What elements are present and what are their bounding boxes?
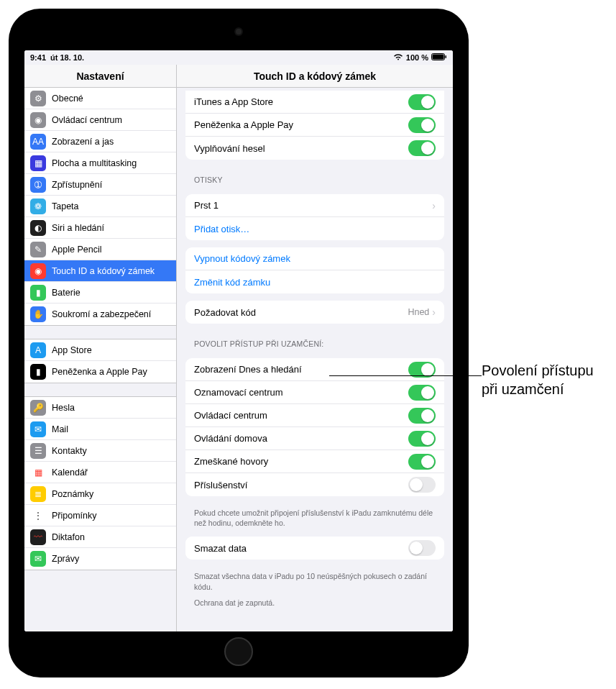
- sidebar-item-voicememos[interactable]: 〰Diktafon: [24, 526, 176, 548]
- sidebar-item-messages[interactable]: ✉Zprávy: [24, 548, 176, 570]
- touchid-icon: ◉: [30, 263, 46, 279]
- toggle-autofill-row: Vyplňování hesel: [185, 137, 444, 160]
- sidebar-item-label: Soukromí a zabezpečení: [52, 309, 170, 319]
- sidebar-item-label: Zobrazení a jas: [52, 137, 170, 147]
- sidebar-item-label: Plocha a multitasking: [52, 158, 170, 168]
- toggle-controlcenter[interactable]: [408, 408, 436, 424]
- toggle-wallet-row: Peněženka a Apple Pay: [185, 114, 444, 137]
- sidebar-item-calendar[interactable]: ▦Kalendář: [24, 462, 176, 483]
- callout-text: Povolení přístupu při uzamčení: [482, 361, 604, 398]
- sidebar-title: Nastavení: [24, 65, 176, 88]
- sidebar-item-label: Kalendář: [52, 467, 170, 478]
- erase-footer-1: Smazat všechna data v iPadu po 10 neúspě…: [185, 567, 444, 593]
- turn-off-passcode-button[interactable]: Vypnout kódový zámek: [185, 247, 444, 270]
- sidebar-item-privacy[interactable]: ✋Soukromí a zabezpečení: [24, 304, 176, 325]
- fingerprint-label: Prst 1: [194, 200, 432, 211]
- toggle-missedcalls[interactable]: [408, 454, 436, 470]
- toggle-label: Ovládání domova: [194, 433, 408, 444]
- toggle-itunes-row: iTunes a App Store: [185, 91, 444, 114]
- sidebar-item-label: Diktafon: [52, 532, 170, 542]
- reminders-icon: ⋮: [30, 508, 46, 524]
- sidebar-item-control-center[interactable]: ◉Ovládací centrum: [24, 109, 176, 131]
- toggle-label: Příslušenství: [194, 480, 408, 490]
- add-fingerprint-button[interactable]: Přidat otisk…: [185, 217, 444, 240]
- detail-title: Touch ID a kódový zámek: [177, 65, 453, 88]
- sidebar-item-label: Ovládací centrum: [52, 115, 170, 125]
- sidebar-item-label: Poznámky: [52, 489, 170, 499]
- sidebar-item-reminders[interactable]: ⋮Připomínky: [24, 505, 176, 526]
- sidebar-item-touchid[interactable]: ◉Touch ID a kódový zámek: [24, 260, 176, 282]
- display-icon: AA: [30, 134, 46, 150]
- touchid-use-group: iTunes a App StorePeněženka a Apple PayV…: [185, 91, 444, 160]
- general-icon: ⚙: [30, 91, 46, 106]
- sidebar-item-home-multitask[interactable]: ▦Plocha a multitasking: [24, 152, 176, 174]
- lock-access-group: Zobrazení Dnes a hledáníOznamovací centr…: [185, 358, 444, 496]
- privacy-icon: ✋: [30, 306, 46, 322]
- change-passcode-button[interactable]: Změnit kód zámku: [185, 270, 444, 293]
- control-center-icon: ◉: [30, 112, 46, 128]
- svg-rect-1: [433, 55, 444, 60]
- sidebar-item-label: Siri a hledání: [52, 223, 170, 233]
- sidebar-scroll[interactable]: ⚙Obecné◉Ovládací centrumAAZobrazení a ja…: [24, 88, 176, 631]
- wallet-icon: ▮: [30, 364, 46, 380]
- sidebar-item-passwords[interactable]: 🔑Hesla: [24, 397, 176, 419]
- toggle-itunes[interactable]: [408, 94, 436, 110]
- toggle-accessories[interactable]: [408, 477, 436, 493]
- sidebar-item-wallpaper[interactable]: ❁Tapeta: [24, 196, 176, 217]
- sidebar-item-display[interactable]: AAZobrazení a jas: [24, 131, 176, 152]
- fingerprints-group: Prst 1 › Přidat otisk…: [185, 194, 444, 240]
- messages-icon: ✉: [30, 551, 46, 567]
- home-button[interactable]: [224, 637, 253, 666]
- toggle-label: Zmeškané hovory: [194, 456, 408, 467]
- lock-access-header: POVOLIT PŘÍSTUP PŘI UZAMČENÍ:: [185, 331, 444, 351]
- detail-scroll[interactable]: iTunes a App StorePeněženka a Apple PayV…: [177, 88, 453, 631]
- battery-text: 100 %: [406, 53, 428, 62]
- erase-row: Smazat data: [185, 537, 444, 560]
- sidebar-group: ⚙Obecné◉Ovládací centrumAAZobrazení a ja…: [24, 88, 176, 326]
- erase-group: Smazat data: [185, 537, 444, 560]
- sidebar-item-notes[interactable]: ≣Poznámky: [24, 483, 176, 505]
- fingerprint-row[interactable]: Prst 1 ›: [185, 194, 444, 217]
- toggle-home[interactable]: [408, 431, 436, 447]
- svg-rect-2: [446, 55, 447, 58]
- toggle-missedcalls-row: Zmeškané hovory: [185, 450, 444, 473]
- sidebar-group: AApp Store▮Peněženka a Apple Pay: [24, 339, 176, 383]
- sidebar-item-label: App Store: [52, 345, 170, 355]
- sidebar-item-label: Tapeta: [52, 201, 170, 211]
- require-passcode-row[interactable]: Požadovat kód Hned ›: [185, 301, 444, 324]
- sidebar-item-contacts[interactable]: ☰Kontakty: [24, 440, 176, 462]
- fingerprints-header: OTISKY: [185, 167, 444, 187]
- sidebar-group: 🔑Hesla✉Mail☰Kontakty▦Kalendář≣Poznámky⋮P…: [24, 396, 176, 570]
- sidebar-item-wallet[interactable]: ▮Peněženka a Apple Pay: [24, 361, 176, 383]
- passwords-icon: 🔑: [30, 400, 46, 416]
- toggle-label: Oznamovací centrum: [194, 387, 408, 398]
- wallpaper-icon: ❁: [30, 199, 46, 214]
- toggle-wallet[interactable]: [408, 117, 436, 133]
- sidebar-item-label: Hesla: [52, 403, 170, 413]
- sidebar-item-general[interactable]: ⚙Obecné: [24, 88, 176, 109]
- status-time: 9:41: [30, 53, 46, 62]
- toggle-notifications[interactable]: [408, 385, 436, 401]
- sidebar-item-label: Kontakty: [52, 446, 170, 456]
- sidebar-item-appstore[interactable]: AApp Store: [24, 339, 176, 361]
- sidebar: Nastavení ⚙Obecné◉Ovládací centrumAAZobr…: [24, 65, 177, 631]
- status-bar: 9:41 út 18. 10. 100 %: [24, 50, 453, 65]
- require-value: Hned: [408, 307, 429, 317]
- sidebar-item-pencil[interactable]: ✎Apple Pencil: [24, 239, 176, 260]
- toggle-erase[interactable]: [408, 540, 436, 556]
- sidebar-item-siri[interactable]: ◐Siri a hledání: [24, 217, 176, 239]
- sidebar-item-accessibility[interactable]: ➀Zpřístupnění: [24, 174, 176, 196]
- detail-pane: Touch ID a kódový zámek iTunes a App Sto…: [177, 65, 453, 631]
- siri-icon: ◐: [30, 220, 46, 236]
- sidebar-item-label: Obecné: [52, 93, 170, 104]
- battery-icon: ▮: [30, 285, 46, 301]
- sidebar-item-mail[interactable]: ✉Mail: [24, 419, 176, 440]
- notes-icon: ≣: [30, 486, 46, 502]
- appstore-icon: A: [30, 342, 46, 358]
- lock-access-footer: Pokud chcete umožnit připojení příslušen…: [185, 503, 444, 529]
- toggle-today-row: Zobrazení Dnes a hledání: [185, 358, 444, 381]
- sidebar-item-battery[interactable]: ▮Baterie: [24, 282, 176, 304]
- toggle-label: Zobrazení Dnes a hledání: [194, 364, 408, 375]
- toggle-autofill[interactable]: [408, 140, 436, 156]
- camera-dot: [236, 29, 242, 35]
